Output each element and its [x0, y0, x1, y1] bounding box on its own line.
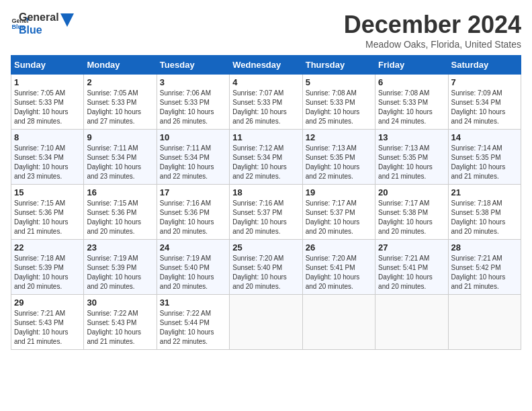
- day-info: Sunrise: 7:11 AM Sunset: 5:34 PM Dayligh…: [87, 144, 141, 180]
- day-number: 23: [87, 242, 153, 253]
- day-info: Sunrise: 7:18 AM Sunset: 5:39 PM Dayligh…: [14, 255, 69, 290]
- calendar-cell: 25 Sunrise: 7:20 AM Sunset: 5:40 PM Dayl…: [230, 240, 302, 295]
- calendar-cell: 21 Sunrise: 7:18 AM Sunset: 5:38 PM Dayl…: [448, 185, 521, 240]
- calendar-cell: 7 Sunrise: 7:09 AM Sunset: 5:34 PM Dayli…: [448, 75, 521, 130]
- day-info: Sunrise: 7:19 AM Sunset: 5:40 PM Dayligh…: [160, 255, 214, 290]
- calendar-week-3: 15 Sunrise: 7:15 AM Sunset: 5:36 PM Dayl…: [11, 185, 521, 240]
- day-info: Sunrise: 7:21 AM Sunset: 5:41 PM Dayligh…: [378, 255, 433, 290]
- day-info: Sunrise: 7:11 AM Sunset: 5:34 PM Dayligh…: [160, 144, 214, 180]
- calendar-cell: 5 Sunrise: 7:08 AM Sunset: 5:33 PM Dayli…: [302, 75, 375, 130]
- day-number: 4: [232, 77, 299, 87]
- calendar-table: SundayMondayTuesdayWednesdayThursdayFrid…: [11, 55, 521, 350]
- day-number: 11: [232, 132, 299, 142]
- calendar-header-row: SundayMondayTuesdayWednesdayThursdayFrid…: [11, 56, 521, 75]
- header-tuesday: Tuesday: [157, 56, 229, 75]
- calendar-cell: [230, 295, 302, 350]
- calendar-cell: 18 Sunrise: 7:16 AM Sunset: 5:37 PM Dayl…: [230, 185, 302, 240]
- day-info: Sunrise: 7:17 AM Sunset: 5:38 PM Dayligh…: [378, 199, 433, 235]
- day-info: Sunrise: 7:22 AM Sunset: 5:44 PM Dayligh…: [160, 310, 214, 345]
- day-info: Sunrise: 7:15 AM Sunset: 5:36 PM Dayligh…: [87, 199, 141, 235]
- day-info: Sunrise: 7:06 AM Sunset: 5:33 PM Dayligh…: [160, 89, 214, 125]
- header-friday: Friday: [375, 56, 448, 75]
- calendar-cell: 9 Sunrise: 7:11 AM Sunset: 5:34 PM Dayli…: [84, 130, 157, 185]
- calendar-week-1: 1 Sunrise: 7:05 AM Sunset: 5:33 PM Dayli…: [11, 75, 521, 130]
- day-info: Sunrise: 7:10 AM Sunset: 5:34 PM Dayligh…: [14, 144, 69, 180]
- page-header: General Blue General Blue December 2024 …: [11, 11, 521, 50]
- calendar-cell: 24 Sunrise: 7:19 AM Sunset: 5:40 PM Dayl…: [157, 240, 229, 295]
- calendar-cell: 11 Sunrise: 7:12 AM Sunset: 5:34 PM Dayl…: [230, 130, 302, 185]
- calendar-cell: 2 Sunrise: 7:05 AM Sunset: 5:33 PM Dayli…: [84, 75, 157, 130]
- calendar-cell: 17 Sunrise: 7:16 AM Sunset: 5:36 PM Dayl…: [157, 185, 229, 240]
- day-number: 17: [160, 187, 226, 197]
- day-number: 8: [14, 132, 81, 142]
- day-number: 12: [306, 132, 372, 142]
- calendar-week-5: 29 Sunrise: 7:21 AM Sunset: 5:43 PM Dayl…: [11, 295, 521, 350]
- day-number: 9: [87, 132, 153, 142]
- calendar-cell: 30 Sunrise: 7:22 AM Sunset: 5:43 PM Dayl…: [84, 295, 157, 350]
- day-info: Sunrise: 7:12 AM Sunset: 5:34 PM Dayligh…: [232, 144, 287, 180]
- day-number: 31: [160, 298, 226, 308]
- calendar-cell: 10 Sunrise: 7:11 AM Sunset: 5:34 PM Dayl…: [157, 130, 229, 185]
- day-number: 20: [378, 187, 445, 197]
- calendar-cell: [448, 295, 521, 350]
- day-number: 3: [160, 77, 226, 87]
- day-number: 30: [87, 298, 153, 308]
- day-number: 18: [232, 187, 299, 197]
- day-number: 7: [451, 77, 518, 87]
- calendar-cell: 8 Sunrise: 7:10 AM Sunset: 5:34 PM Dayli…: [11, 130, 84, 185]
- day-info: Sunrise: 7:05 AM Sunset: 5:33 PM Dayligh…: [87, 89, 141, 125]
- day-number: 27: [378, 242, 445, 253]
- calendar-cell: 4 Sunrise: 7:07 AM Sunset: 5:33 PM Dayli…: [230, 75, 302, 130]
- day-info: Sunrise: 7:15 AM Sunset: 5:36 PM Dayligh…: [14, 199, 69, 235]
- day-info: Sunrise: 7:07 AM Sunset: 5:33 PM Dayligh…: [232, 89, 287, 125]
- day-info: Sunrise: 7:21 AM Sunset: 5:42 PM Dayligh…: [451, 255, 506, 290]
- calendar-cell: 19 Sunrise: 7:17 AM Sunset: 5:37 PM Dayl…: [302, 185, 375, 240]
- calendar-cell: 29 Sunrise: 7:21 AM Sunset: 5:43 PM Dayl…: [11, 295, 84, 350]
- day-info: Sunrise: 7:18 AM Sunset: 5:38 PM Dayligh…: [451, 199, 506, 235]
- calendar-cell: 15 Sunrise: 7:15 AM Sunset: 5:36 PM Dayl…: [11, 185, 84, 240]
- svg-marker-3: [60, 13, 74, 27]
- day-info: Sunrise: 7:13 AM Sunset: 5:35 PM Dayligh…: [306, 144, 360, 180]
- calendar-cell: 14 Sunrise: 7:14 AM Sunset: 5:35 PM Dayl…: [448, 130, 521, 185]
- day-info: Sunrise: 7:13 AM Sunset: 5:35 PM Dayligh…: [378, 144, 433, 180]
- calendar-cell: 1 Sunrise: 7:05 AM Sunset: 5:33 PM Dayli…: [11, 75, 84, 130]
- day-info: Sunrise: 7:22 AM Sunset: 5:43 PM Dayligh…: [87, 310, 141, 345]
- day-number: 13: [378, 132, 445, 142]
- day-number: 2: [87, 77, 153, 87]
- calendar-cell: 13 Sunrise: 7:13 AM Sunset: 5:35 PM Dayl…: [375, 130, 448, 185]
- day-info: Sunrise: 7:17 AM Sunset: 5:37 PM Dayligh…: [306, 199, 360, 235]
- day-number: 24: [160, 242, 226, 253]
- calendar-cell: 28 Sunrise: 7:21 AM Sunset: 5:42 PM Dayl…: [448, 240, 521, 295]
- calendar-cell: 20 Sunrise: 7:17 AM Sunset: 5:38 PM Dayl…: [375, 185, 448, 240]
- logo: General Blue General Blue: [11, 11, 74, 36]
- location-subtitle: Meadow Oaks, Florida, United States: [344, 39, 521, 50]
- calendar-week-2: 8 Sunrise: 7:10 AM Sunset: 5:34 PM Dayli…: [11, 130, 521, 185]
- logo-line2: Blue: [19, 24, 59, 36]
- calendar-cell: 3 Sunrise: 7:06 AM Sunset: 5:33 PM Dayli…: [157, 75, 229, 130]
- calendar-cell: 16 Sunrise: 7:15 AM Sunset: 5:36 PM Dayl…: [84, 185, 157, 240]
- header-sunday: Sunday: [11, 56, 84, 75]
- day-info: Sunrise: 7:16 AM Sunset: 5:36 PM Dayligh…: [160, 199, 214, 235]
- calendar-cell: 22 Sunrise: 7:18 AM Sunset: 5:39 PM Dayl…: [11, 240, 84, 295]
- day-info: Sunrise: 7:05 AM Sunset: 5:33 PM Dayligh…: [14, 89, 69, 125]
- day-info: Sunrise: 7:20 AM Sunset: 5:41 PM Dayligh…: [306, 255, 360, 290]
- day-number: 25: [232, 242, 299, 253]
- calendar-cell: [302, 295, 375, 350]
- day-number: 16: [87, 187, 153, 197]
- title-area: December 2024 Meadow Oaks, Florida, Unit…: [344, 11, 521, 50]
- calendar-cell: 31 Sunrise: 7:22 AM Sunset: 5:44 PM Dayl…: [157, 295, 229, 350]
- month-title: December 2024: [344, 11, 521, 39]
- header-thursday: Thursday: [302, 56, 375, 75]
- day-number: 1: [14, 77, 81, 87]
- day-number: 22: [14, 242, 81, 253]
- day-info: Sunrise: 7:19 AM Sunset: 5:39 PM Dayligh…: [87, 255, 141, 290]
- logo-arrow-icon: [60, 13, 74, 27]
- logo-line1: General: [19, 11, 59, 24]
- day-info: Sunrise: 7:14 AM Sunset: 5:35 PM Dayligh…: [451, 144, 506, 180]
- day-info: Sunrise: 7:08 AM Sunset: 5:33 PM Dayligh…: [378, 89, 433, 125]
- header-saturday: Saturday: [448, 56, 521, 75]
- day-number: 6: [378, 77, 445, 87]
- day-number: 14: [451, 132, 518, 142]
- day-number: 28: [451, 242, 518, 253]
- day-info: Sunrise: 7:09 AM Sunset: 5:34 PM Dayligh…: [451, 89, 506, 125]
